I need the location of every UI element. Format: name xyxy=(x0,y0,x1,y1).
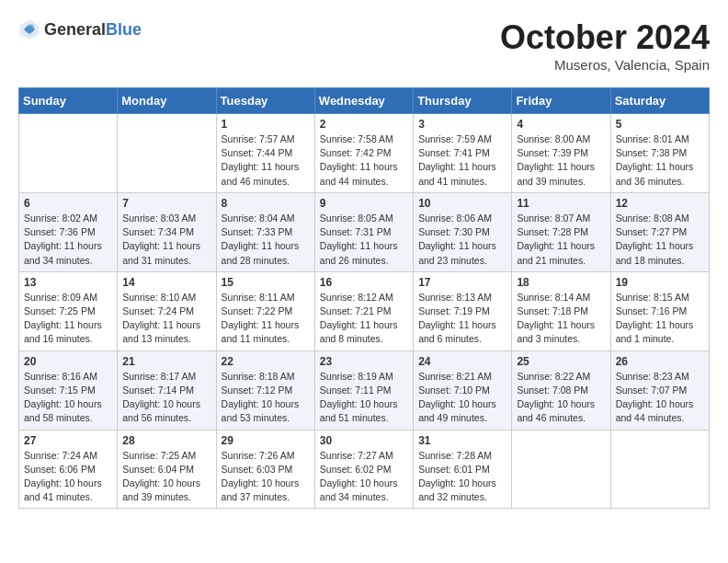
calendar-cell: 17Sunrise: 8:13 AM Sunset: 7:19 PM Dayli… xyxy=(414,271,512,350)
day-info: Sunrise: 8:00 AM Sunset: 7:39 PM Dayligh… xyxy=(517,132,605,189)
day-info: Sunrise: 7:25 AM Sunset: 6:04 PM Dayligh… xyxy=(122,449,210,505)
calendar-cell: 5Sunrise: 8:01 AM Sunset: 7:38 PM Daylig… xyxy=(610,114,709,193)
calendar-cell: 31Sunrise: 7:28 AM Sunset: 6:01 PM Dayli… xyxy=(414,430,512,509)
day-info: Sunrise: 8:02 AM Sunset: 7:36 PM Dayligh… xyxy=(24,212,112,268)
day-number: 23 xyxy=(320,355,408,368)
day-number: 31 xyxy=(418,434,506,447)
day-info: Sunrise: 8:03 AM Sunset: 7:34 PM Dayligh… xyxy=(122,212,210,268)
day-info: Sunrise: 7:58 AM Sunset: 7:42 PM Dayligh… xyxy=(320,132,408,189)
calendar-table: SundayMondayTuesdayWednesdayThursdayFrid… xyxy=(18,87,710,509)
calendar-cell: 23Sunrise: 8:19 AM Sunset: 7:11 PM Dayli… xyxy=(314,350,413,430)
calendar-cell: 10Sunrise: 8:06 AM Sunset: 7:30 PM Dayli… xyxy=(414,192,512,271)
calendar-cell: 9Sunrise: 8:05 AM Sunset: 7:31 PM Daylig… xyxy=(314,192,413,271)
calendar-week-row: 1Sunrise: 7:57 AM Sunset: 7:44 PM Daylig… xyxy=(19,114,710,193)
calendar-cell: 14Sunrise: 8:10 AM Sunset: 7:24 PM Dayli… xyxy=(118,271,216,350)
day-number: 9 xyxy=(320,197,408,210)
calendar-cell: 8Sunrise: 8:04 AM Sunset: 7:33 PM Daylig… xyxy=(216,192,314,271)
calendar-cell: 6Sunrise: 8:02 AM Sunset: 7:36 PM Daylig… xyxy=(19,192,118,271)
weekday-header: Wednesday xyxy=(314,88,413,114)
calendar-cell: 18Sunrise: 8:14 AM Sunset: 7:18 PM Dayli… xyxy=(512,271,610,350)
calendar-cell: 11Sunrise: 8:07 AM Sunset: 7:28 PM Dayli… xyxy=(512,192,610,271)
calendar-cell: 3Sunrise: 7:59 AM Sunset: 7:41 PM Daylig… xyxy=(414,114,512,193)
title-block: October 2024 Museros, Valencia, Spain xyxy=(500,18,710,73)
day-number: 20 xyxy=(24,355,112,368)
calendar-cell: 1Sunrise: 7:57 AM Sunset: 7:44 PM Daylig… xyxy=(216,114,314,193)
day-info: Sunrise: 8:23 AM Sunset: 7:07 PM Dayligh… xyxy=(616,370,704,426)
day-number: 14 xyxy=(122,276,210,289)
day-info: Sunrise: 8:09 AM Sunset: 7:25 PM Dayligh… xyxy=(24,291,112,347)
day-info: Sunrise: 8:10 AM Sunset: 7:24 PM Dayligh… xyxy=(122,291,210,347)
day-info: Sunrise: 8:18 AM Sunset: 7:12 PM Dayligh… xyxy=(222,370,310,426)
calendar-cell: 22Sunrise: 8:18 AM Sunset: 7:12 PM Dayli… xyxy=(216,350,314,430)
location: Museros, Valencia, Spain xyxy=(500,57,710,73)
day-number: 1 xyxy=(222,118,310,131)
calendar-cell: 20Sunrise: 8:16 AM Sunset: 7:15 PM Dayli… xyxy=(19,350,118,430)
day-info: Sunrise: 7:59 AM Sunset: 7:41 PM Dayligh… xyxy=(418,132,506,189)
day-info: Sunrise: 8:11 AM Sunset: 7:22 PM Dayligh… xyxy=(222,291,310,347)
calendar-cell: 19Sunrise: 8:15 AM Sunset: 7:16 PM Dayli… xyxy=(610,271,709,350)
calendar-cell: 25Sunrise: 8:22 AM Sunset: 7:08 PM Dayli… xyxy=(512,350,610,430)
day-number: 24 xyxy=(418,355,506,368)
weekday-header: Sunday xyxy=(19,88,118,114)
calendar-cell xyxy=(512,430,610,509)
calendar-cell: 30Sunrise: 7:27 AM Sunset: 6:02 PM Dayli… xyxy=(314,430,413,509)
calendar-cell: 27Sunrise: 7:24 AM Sunset: 6:06 PM Dayli… xyxy=(19,430,118,509)
day-number: 3 xyxy=(418,118,506,131)
calendar-cell: 26Sunrise: 8:23 AM Sunset: 7:07 PM Dayli… xyxy=(610,350,709,430)
logo-blue: Blue xyxy=(106,20,142,40)
calendar-cell xyxy=(19,114,118,193)
day-info: Sunrise: 7:28 AM Sunset: 6:01 PM Dayligh… xyxy=(418,449,506,505)
month-title: October 2024 xyxy=(500,18,710,57)
day-number: 30 xyxy=(320,434,408,447)
calendar-cell: 4Sunrise: 8:00 AM Sunset: 7:39 PM Daylig… xyxy=(512,114,610,193)
calendar-cell: 2Sunrise: 7:58 AM Sunset: 7:42 PM Daylig… xyxy=(314,114,413,193)
calendar-week-row: 20Sunrise: 8:16 AM Sunset: 7:15 PM Dayli… xyxy=(19,350,710,430)
day-info: Sunrise: 8:22 AM Sunset: 7:08 PM Dayligh… xyxy=(517,370,605,426)
day-number: 28 xyxy=(122,434,210,447)
weekday-header: Tuesday xyxy=(216,88,314,114)
calendar-cell: 12Sunrise: 8:08 AM Sunset: 7:27 PM Dayli… xyxy=(610,192,709,271)
day-number: 19 xyxy=(616,276,704,289)
page-header: General Blue October 2024 Museros, Valen… xyxy=(18,18,710,73)
day-info: Sunrise: 8:19 AM Sunset: 7:11 PM Dayligh… xyxy=(320,370,408,426)
day-info: Sunrise: 8:08 AM Sunset: 7:27 PM Dayligh… xyxy=(616,212,704,268)
day-number: 4 xyxy=(517,118,605,131)
calendar-cell: 16Sunrise: 8:12 AM Sunset: 7:21 PM Dayli… xyxy=(314,271,413,350)
day-number: 13 xyxy=(24,276,112,289)
day-info: Sunrise: 8:01 AM Sunset: 7:38 PM Dayligh… xyxy=(616,132,704,189)
day-number: 2 xyxy=(320,118,408,131)
calendar-cell: 24Sunrise: 8:21 AM Sunset: 7:10 PM Dayli… xyxy=(414,350,512,430)
day-info: Sunrise: 8:17 AM Sunset: 7:14 PM Dayligh… xyxy=(122,370,210,426)
day-info: Sunrise: 8:05 AM Sunset: 7:31 PM Dayligh… xyxy=(320,212,408,268)
day-info: Sunrise: 7:57 AM Sunset: 7:44 PM Dayligh… xyxy=(222,132,310,189)
day-info: Sunrise: 8:16 AM Sunset: 7:15 PM Dayligh… xyxy=(24,370,112,426)
day-info: Sunrise: 8:07 AM Sunset: 7:28 PM Dayligh… xyxy=(517,212,605,268)
calendar-cell: 29Sunrise: 7:26 AM Sunset: 6:03 PM Dayli… xyxy=(216,430,314,509)
day-number: 17 xyxy=(418,276,506,289)
calendar-cell: 7Sunrise: 8:03 AM Sunset: 7:34 PM Daylig… xyxy=(118,192,216,271)
calendar-cell: 15Sunrise: 8:11 AM Sunset: 7:22 PM Dayli… xyxy=(216,271,314,350)
calendar-week-row: 6Sunrise: 8:02 AM Sunset: 7:36 PM Daylig… xyxy=(19,192,710,271)
day-number: 25 xyxy=(517,355,605,368)
day-number: 27 xyxy=(24,434,112,447)
weekday-header: Saturday xyxy=(610,88,709,114)
day-number: 15 xyxy=(222,276,310,289)
weekday-header: Friday xyxy=(512,88,610,114)
weekday-header: Monday xyxy=(118,88,216,114)
weekday-header: Thursday xyxy=(414,88,512,114)
day-info: Sunrise: 7:26 AM Sunset: 6:03 PM Dayligh… xyxy=(222,449,310,505)
day-number: 5 xyxy=(616,118,704,131)
calendar-cell: 13Sunrise: 8:09 AM Sunset: 7:25 PM Dayli… xyxy=(19,271,118,350)
day-number: 18 xyxy=(517,276,605,289)
day-info: Sunrise: 8:15 AM Sunset: 7:16 PM Dayligh… xyxy=(616,291,704,347)
day-number: 7 xyxy=(122,197,210,210)
day-info: Sunrise: 8:04 AM Sunset: 7:33 PM Dayligh… xyxy=(222,212,310,268)
day-info: Sunrise: 7:27 AM Sunset: 6:02 PM Dayligh… xyxy=(320,449,408,505)
day-info: Sunrise: 7:24 AM Sunset: 6:06 PM Dayligh… xyxy=(24,449,112,505)
logo-general: General xyxy=(44,20,106,40)
day-info: Sunrise: 8:14 AM Sunset: 7:18 PM Dayligh… xyxy=(517,291,605,347)
day-number: 29 xyxy=(222,434,310,447)
day-info: Sunrise: 8:06 AM Sunset: 7:30 PM Dayligh… xyxy=(418,212,506,268)
day-info: Sunrise: 8:13 AM Sunset: 7:19 PM Dayligh… xyxy=(418,291,506,347)
logo-icon xyxy=(18,18,40,40)
